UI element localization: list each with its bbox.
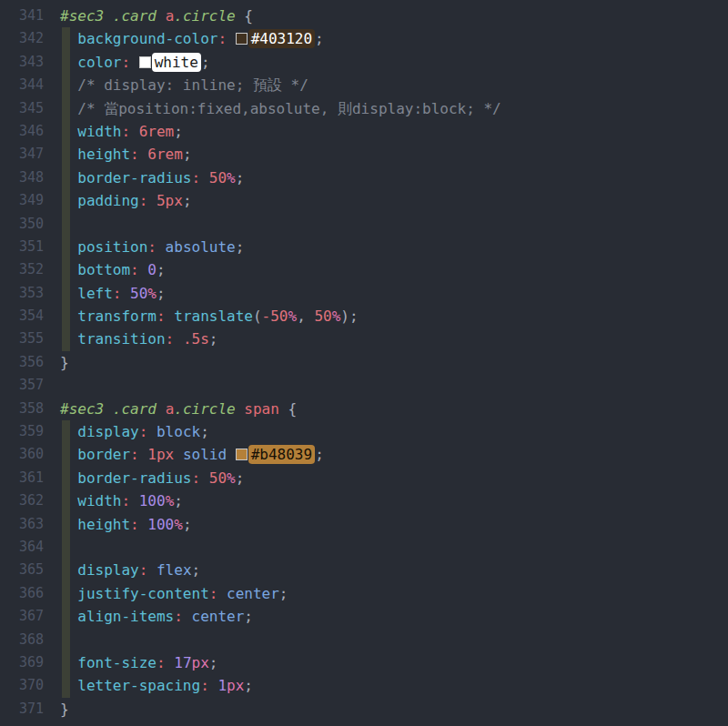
code-line-363[interactable]: 363 height: 100%;	[0, 513, 728, 536]
code-line-366[interactable]: 366 justify-content: center;	[0, 582, 728, 605]
code-editor[interactable]: 341#sec3 .card a.circle {342 background-…	[0, 0, 728, 721]
code-line-345[interactable]: 345 /* 當position:fixed,absolute, 則displa…	[0, 97, 728, 120]
code-text: position: absolute;	[60, 236, 244, 258]
line-number[interactable]: 357	[0, 374, 44, 397]
token-selector-element: a	[166, 400, 175, 418]
line-number[interactable]: 344	[0, 74, 44, 96]
token-text	[183, 608, 192, 625]
line-number[interactable]: 343	[0, 51, 44, 74]
line-number[interactable]: 362	[0, 489, 44, 512]
line-number[interactable]: 350	[0, 213, 44, 236]
line-number[interactable]: 365	[0, 559, 44, 581]
code-text: /* display: inline; 預設 */	[60, 74, 308, 96]
code-line-362[interactable]: 362 width: 100%;	[0, 489, 728, 512]
code-line-348[interactable]: 348 border-radius: 50%;	[0, 166, 728, 189]
code-line-358[interactable]: 358#sec3 .card a.circle span {	[0, 398, 728, 420]
token-text	[60, 308, 77, 325]
line-number[interactable]: 367	[0, 605, 44, 628]
line-number[interactable]: 346	[0, 120, 44, 143]
line-number[interactable]: 359	[0, 420, 44, 443]
code-line-344[interactable]: 344 /* display: inline; 預設 */	[0, 74, 728, 96]
code-line-370[interactable]: 370 letter-spacing: 1px;	[0, 674, 728, 697]
token-colon: :	[139, 192, 148, 209]
code-text: font-size: 17px;	[60, 651, 217, 674]
line-number[interactable]: 341	[0, 5, 44, 27]
line-number[interactable]: 358	[0, 398, 44, 420]
code-line-368[interactable]: 368	[0, 629, 728, 651]
token-text	[60, 423, 77, 440]
line-number[interactable]: 355	[0, 328, 44, 350]
token-punctuation: ;	[315, 446, 324, 463]
color-swatch[interactable]	[236, 33, 248, 45]
code-text: color: white;	[60, 51, 210, 74]
line-number[interactable]: 368	[0, 629, 44, 651]
code-line-353[interactable]: 353 left: 50%;	[0, 282, 728, 305]
code-line-349[interactable]: 349 padding: 5px;	[0, 189, 728, 212]
color-value-pill[interactable]: white	[152, 53, 201, 72]
code-line-346[interactable]: 346 width: 6rem;	[0, 120, 728, 143]
color-swatch[interactable]	[236, 449, 248, 460]
color-value-pill[interactable]: #403120	[248, 29, 315, 48]
code-text: /* 當position:fixed,absolute, 則display:bl…	[60, 97, 501, 120]
token-property: transition	[77, 330, 165, 348]
color-swatch[interactable]	[139, 56, 151, 68]
line-number[interactable]: 342	[0, 27, 44, 50]
code-line-343[interactable]: 343 color: white;	[0, 51, 728, 74]
code-line-341[interactable]: 341#sec3 .card a.circle {	[0, 5, 728, 27]
token-text	[217, 585, 227, 602]
line-number[interactable]: 371	[0, 698, 44, 721]
code-line-356[interactable]: 356}	[0, 351, 728, 374]
token-number: 50	[130, 285, 147, 302]
token-colon: :	[166, 330, 175, 348]
code-line-354[interactable]: 354 transform: translate(-50%, 50%);	[0, 305, 728, 328]
code-line-352[interactable]: 352 bottom: 0;	[0, 258, 728, 281]
token-colon: :	[174, 608, 183, 625]
token-selector-class: .circle	[174, 400, 235, 418]
code-line-351[interactable]: 351 position: absolute;	[0, 236, 728, 258]
code-line-342[interactable]: 342 background-color: #403120;	[0, 27, 728, 50]
token-property: transform	[77, 308, 157, 325]
line-number[interactable]: 347	[0, 143, 44, 166]
token-text	[130, 123, 139, 140]
line-number[interactable]: 366	[0, 582, 44, 605]
code-text: align-items: center;	[60, 605, 253, 628]
token-property: height	[77, 516, 130, 533]
line-number[interactable]: 352	[0, 258, 44, 281]
token-function: translate	[174, 308, 253, 325]
code-line-357[interactable]: 357	[0, 374, 728, 397]
code-line-371[interactable]: 371}	[0, 698, 728, 721]
code-line-369[interactable]: 369 font-size: 17px;	[0, 651, 728, 674]
code-line-361[interactable]: 361 border-radius: 50%;	[0, 467, 728, 489]
line-number[interactable]: 348	[0, 166, 44, 189]
token-number: 6rem	[139, 123, 175, 140]
line-number[interactable]: 360	[0, 443, 44, 466]
token-property: color	[77, 54, 121, 71]
line-number[interactable]: 353	[0, 282, 44, 305]
token-property: bottom	[77, 261, 130, 278]
line-number[interactable]: 354	[0, 305, 44, 328]
line-number[interactable]: 345	[0, 97, 44, 120]
code-line-365[interactable]: 365 display: flex;	[0, 559, 728, 581]
color-value-pill[interactable]: #b48039	[248, 445, 315, 464]
line-number[interactable]: 356	[0, 351, 44, 374]
line-number[interactable]: 364	[0, 536, 44, 559]
line-number[interactable]: 370	[0, 674, 44, 697]
code-text: background-color: #403120;	[60, 27, 324, 50]
token-text	[306, 308, 315, 325]
code-line-359[interactable]: 359 display: block;	[0, 420, 728, 443]
token-colon: :	[157, 308, 166, 325]
line-number[interactable]: 349	[0, 189, 44, 212]
code-line-367[interactable]: 367 align-items: center;	[0, 605, 728, 628]
code-line-364[interactable]: 364	[0, 536, 728, 559]
line-number[interactable]: 351	[0, 236, 44, 258]
code-line-350[interactable]: 350	[0, 213, 728, 236]
line-number[interactable]: 361	[0, 467, 44, 489]
code-text: justify-content: center;	[60, 582, 288, 605]
line-number[interactable]: 363	[0, 513, 44, 536]
token-text	[236, 400, 245, 418]
code-line-360[interactable]: 360 border: 1px solid #b48039;	[0, 443, 728, 466]
line-number[interactable]: 369	[0, 651, 44, 674]
code-line-347[interactable]: 347 height: 6rem;	[0, 143, 728, 166]
token-property: padding	[77, 192, 138, 209]
code-line-355[interactable]: 355 transition: .5s;	[0, 328, 728, 350]
